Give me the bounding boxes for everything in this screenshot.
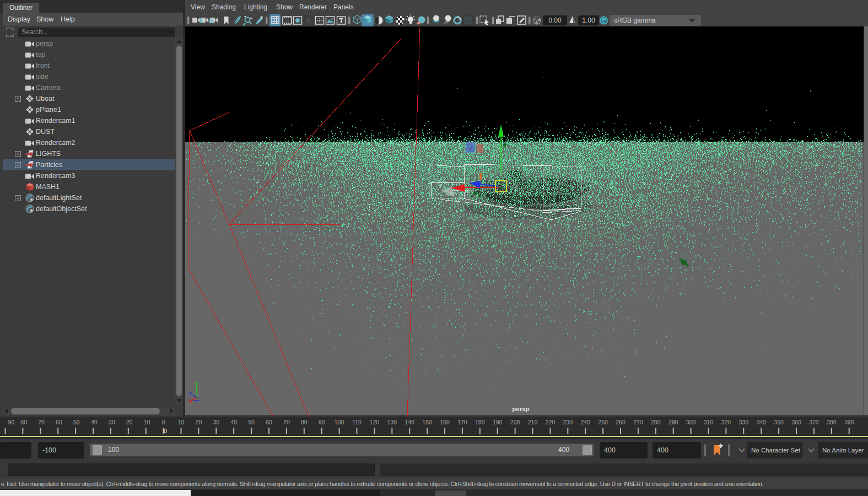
svg-text:380: 380 xyxy=(827,419,837,425)
svg-text:200: 200 xyxy=(510,419,520,425)
svg-text:0: 0 xyxy=(164,428,167,434)
svg-text:260: 260 xyxy=(616,419,626,425)
svg-text:280: 280 xyxy=(651,419,661,425)
svg-text:-40: -40 xyxy=(89,419,97,425)
svg-text:300: 300 xyxy=(686,419,696,425)
svg-text:110: 110 xyxy=(352,419,362,425)
svg-text:-30: -30 xyxy=(106,419,115,425)
svg-text:-10: -10 xyxy=(142,419,150,425)
svg-text:-50: -50 xyxy=(72,419,80,425)
svg-text:-90: -90 xyxy=(6,419,14,425)
svg-text:y: y xyxy=(195,381,198,387)
svg-text:350: 350 xyxy=(774,419,784,425)
svg-text:20: 20 xyxy=(196,419,202,425)
svg-text:50: 50 xyxy=(248,419,255,425)
svg-text:-80: -80 xyxy=(19,419,27,425)
svg-text:170: 170 xyxy=(457,419,467,425)
svg-text:150: 150 xyxy=(422,419,432,425)
svg-text:180: 180 xyxy=(475,419,485,425)
svg-text:220: 220 xyxy=(546,419,556,425)
svg-text:290: 290 xyxy=(668,419,678,425)
svg-text:210: 210 xyxy=(528,419,538,425)
svg-text:-60: -60 xyxy=(54,419,62,425)
svg-text:90: 90 xyxy=(319,419,325,425)
svg-text:160: 160 xyxy=(440,419,450,425)
svg-text:10: 10 xyxy=(178,419,185,425)
svg-text:30: 30 xyxy=(213,419,219,425)
svg-text:100: 100 xyxy=(335,419,344,425)
svg-text:-20: -20 xyxy=(124,419,132,425)
svg-text:370: 370 xyxy=(809,419,819,425)
svg-text:ON: ON xyxy=(601,19,606,23)
svg-text:-70: -70 xyxy=(36,419,45,425)
svg-text:40: 40 xyxy=(230,419,237,425)
svg-text:240: 240 xyxy=(580,419,590,425)
svg-text:270: 270 xyxy=(633,419,643,425)
svg-text:70: 70 xyxy=(283,419,290,425)
svg-text:140: 140 xyxy=(405,419,414,425)
svg-text:230: 230 xyxy=(563,419,573,425)
svg-text:390: 390 xyxy=(844,419,854,425)
svg-text:320: 320 xyxy=(721,419,731,425)
svg-text:120: 120 xyxy=(370,419,380,425)
svg-text:360: 360 xyxy=(791,419,801,425)
svg-text:z: z xyxy=(189,390,192,396)
svg-text:340: 340 xyxy=(756,419,766,425)
svg-text:x: x xyxy=(188,398,192,404)
svg-text:60: 60 xyxy=(266,419,272,425)
svg-text:80: 80 xyxy=(301,419,308,425)
svg-text:190: 190 xyxy=(493,419,503,425)
svg-text:persp: persp xyxy=(512,406,529,412)
svg-text:310: 310 xyxy=(704,419,714,425)
svg-text:330: 330 xyxy=(739,419,749,425)
svg-text:130: 130 xyxy=(387,419,397,425)
svg-text:0: 0 xyxy=(162,419,165,425)
svg-text:250: 250 xyxy=(598,419,608,425)
